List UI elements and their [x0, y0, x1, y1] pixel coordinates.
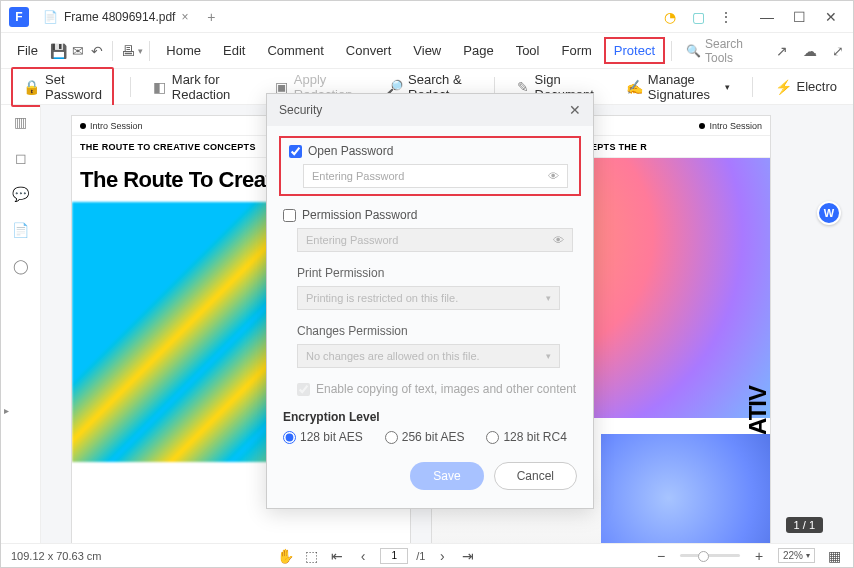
tab-close-icon[interactable]: × [181, 10, 188, 24]
print-permission-value: Printing is restricted on this file. [306, 292, 458, 304]
enc-256aes-radio[interactable] [385, 431, 398, 444]
open-password-placeholder: Entering Password [312, 170, 404, 182]
page-number-input[interactable] [380, 548, 408, 564]
changes-permission-label: Changes Permission [297, 324, 577, 338]
minimize-icon[interactable]: — [753, 8, 781, 26]
eye-icon[interactable]: 👁 [548, 170, 559, 182]
decor-icon-2[interactable]: ▢ [689, 8, 707, 26]
close-window-icon[interactable]: ✕ [817, 8, 845, 26]
select-tool-icon[interactable]: ⬚ [302, 547, 320, 565]
kebab-menu-icon[interactable]: ⋮ [717, 8, 735, 26]
page-dimensions: 109.12 x 70.63 cm [11, 550, 102, 562]
hand-tool-icon[interactable]: ✋ [276, 547, 294, 565]
enc-128aes-label: 128 bit AES [300, 430, 363, 444]
set-password-button[interactable]: 🔒 Set Password [11, 67, 114, 107]
menu-view[interactable]: View [403, 37, 451, 64]
decor-icon-1[interactable]: ◔ [661, 8, 679, 26]
enable-copy-label: Enable copying of text, images and other… [316, 382, 576, 396]
menu-home[interactable]: Home [156, 37, 211, 64]
add-tab-button[interactable]: + [202, 8, 220, 26]
tab-title: Frame 48096914.pdf [64, 10, 175, 24]
chevron-down-icon-2: ▾ [546, 351, 551, 361]
manage-signatures-button[interactable]: ✍ Manage Signatures ▾ [620, 68, 736, 106]
cancel-button[interactable]: Cancel [494, 462, 577, 490]
enc-128aes-option[interactable]: 128 bit AES [283, 430, 363, 444]
encryption-level-label: Encryption Level [283, 410, 577, 424]
expand-icon[interactable]: ⤢ [829, 42, 847, 60]
search-placeholder: Search Tools [705, 37, 771, 65]
mark-redaction-button[interactable]: ◧ Mark for Redaction [147, 68, 253, 106]
search-tools[interactable]: 🔍 Search Tools [686, 37, 771, 65]
open-password-checkbox[interactable] [289, 145, 302, 158]
share-icon[interactable]: ↗ [773, 42, 791, 60]
zoom-dropdown[interactable]: 22% ▾ [778, 548, 815, 563]
left-rail: ▥ ◻ 💬 📄 ◯ [1, 105, 41, 543]
zoom-out-icon[interactable]: − [652, 547, 670, 565]
permission-password-input: Entering Password 👁 [297, 228, 573, 252]
enable-copy-checkbox [297, 383, 310, 396]
enc-128aes-radio[interactable] [283, 431, 296, 444]
bookmark-icon[interactable]: ◻ [12, 149, 30, 167]
attachment-icon[interactable]: 📄 [12, 221, 30, 239]
search-panel-icon[interactable]: ◯ [12, 257, 30, 275]
menu-tool[interactable]: Tool [506, 37, 550, 64]
changes-permission-select: No changes are allowed on this file. ▾ [297, 344, 560, 368]
maximize-icon[interactable]: ☐ [785, 8, 813, 26]
comment-icon[interactable]: 💬 [12, 185, 30, 203]
menu-comment[interactable]: Comment [257, 37, 333, 64]
lock-icon: 🔒 [23, 79, 39, 95]
mark-redaction-label: Mark for Redaction [172, 72, 247, 102]
statusbar: 109.12 x 70.63 cm ✋ ⬚ ⇤ ‹ /1 › ⇥ − + 22%… [1, 543, 853, 567]
sphere-art [601, 434, 770, 543]
save-icon[interactable]: 💾 [50, 42, 67, 60]
zoom-slider[interactable] [680, 554, 740, 557]
menu-form[interactable]: Form [552, 37, 602, 64]
menubar: File 💾 ✉ ↶ 🖶 ▾ Home Edit Comment Convert… [1, 33, 853, 69]
dialog-close-icon[interactable]: ✕ [569, 102, 581, 118]
enc-256aes-label: 256 bit AES [402, 430, 465, 444]
open-password-input[interactable]: Entering Password 👁 [303, 164, 568, 188]
print-icon[interactable]: 🖶 [119, 42, 136, 60]
menu-edit[interactable]: Edit [213, 37, 255, 64]
page-indicator: 1 / 1 [786, 517, 823, 533]
tab-file-icon: 📄 [43, 10, 58, 24]
menu-convert[interactable]: Convert [336, 37, 402, 64]
set-password-label: Set Password [45, 72, 102, 102]
electro-button[interactable]: ⚡ Electro [769, 75, 843, 99]
thumbnails-icon[interactable]: ▥ [12, 113, 30, 131]
electro-icon: ⚡ [775, 79, 791, 95]
enc-128rc4-radio[interactable] [486, 431, 499, 444]
open-password-label: Open Password [308, 144, 393, 158]
enc-128rc4-option[interactable]: 128 bit RC4 [486, 430, 566, 444]
word-badge[interactable]: W [817, 201, 841, 225]
page-total: /1 [416, 550, 425, 562]
fit-page-icon[interactable]: ▦ [825, 547, 843, 565]
electro-label: Electro [797, 79, 837, 94]
permission-password-checkbox[interactable] [283, 209, 296, 222]
first-page-icon[interactable]: ⇤ [328, 547, 346, 565]
save-button[interactable]: Save [410, 462, 483, 490]
chevron-down-icon: ▾ [546, 293, 551, 303]
document-tab[interactable]: 📄 Frame 48096914.pdf × [35, 6, 196, 28]
permission-password-label: Permission Password [302, 208, 417, 222]
security-dialog: Security ✕ Open Password Entering Passwo… [266, 93, 594, 509]
last-page-icon[interactable]: ⇥ [459, 547, 477, 565]
search-icon: 🔍 [686, 44, 701, 58]
undo-icon[interactable]: ↶ [89, 42, 106, 60]
menu-page[interactable]: Page [453, 37, 503, 64]
rail-expander[interactable]: ▸ [4, 405, 9, 416]
next-page-icon[interactable]: › [433, 547, 451, 565]
enc-256aes-option[interactable]: 256 bit AES [385, 430, 465, 444]
file-menu[interactable]: File [7, 37, 48, 64]
cloud-icon[interactable]: ☁ [801, 42, 819, 60]
redact-icon: ◧ [153, 79, 166, 95]
manage-signatures-label: Manage Signatures [648, 72, 719, 102]
prev-page-icon[interactable]: ‹ [354, 547, 372, 565]
changes-permission-value: No changes are allowed on this file. [306, 350, 480, 362]
menu-protect[interactable]: Protect [604, 37, 665, 64]
titlebar: F 📄 Frame 48096914.pdf × + ◔ ▢ ⋮ — ☐ ✕ [1, 1, 853, 33]
mail-icon[interactable]: ✉ [69, 42, 86, 60]
zoom-in-icon[interactable]: + [750, 547, 768, 565]
enc-128rc4-label: 128 bit RC4 [503, 430, 566, 444]
eye-icon-2: 👁 [553, 234, 564, 246]
